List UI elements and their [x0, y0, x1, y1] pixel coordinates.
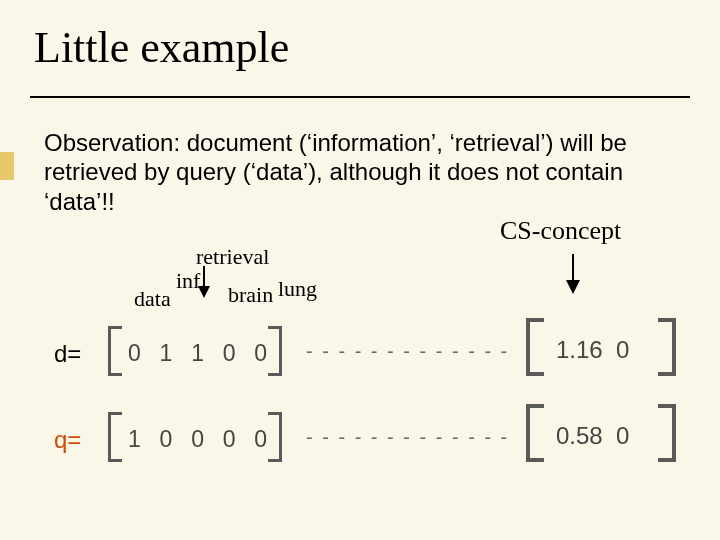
q-vector-2d: 0.58 0: [556, 422, 629, 450]
word-brain: brain: [228, 282, 273, 308]
projection-arrow-q: - - - - - - - - - - - - -: [306, 426, 509, 449]
bracket-right-icon: [268, 326, 282, 376]
svg-marker-3: [198, 286, 210, 298]
q-label: q=: [54, 426, 81, 454]
q-vector-5d: 1 0 0 0 0: [128, 426, 269, 453]
observation-text: Observation: document (‘information’, ‘r…: [44, 128, 694, 216]
cs-concept-label: CS-concept: [500, 216, 621, 246]
down-arrow-icon: [562, 252, 584, 296]
bracket-left-icon: [108, 326, 122, 376]
vector-labels-diagram: data inf. retrieval brain lung: [134, 240, 394, 314]
bracket-left-icon: [108, 412, 122, 462]
bracket-left-icon: [526, 318, 544, 376]
d-label: d=: [54, 340, 81, 368]
title-underline: [30, 96, 690, 98]
side-accent: [0, 152, 14, 180]
bracket-right-icon: [268, 412, 282, 462]
small-down-arrow-icon: [196, 264, 212, 300]
bracket-right-icon: [658, 404, 676, 462]
d-vector-5d: 0 1 1 0 0: [128, 340, 269, 367]
projection-arrow-d: - - - - - - - - - - - - -: [306, 340, 509, 363]
slide-title: Little example: [34, 22, 289, 73]
bracket-right-icon: [658, 318, 676, 376]
d-vector-2d: 1.16 0: [556, 336, 629, 364]
svg-marker-1: [566, 280, 580, 294]
word-data: data: [134, 286, 171, 312]
bracket-left-icon: [526, 404, 544, 462]
word-lung: lung: [278, 276, 317, 302]
slide: Little example Observation: document (‘i…: [0, 0, 720, 540]
